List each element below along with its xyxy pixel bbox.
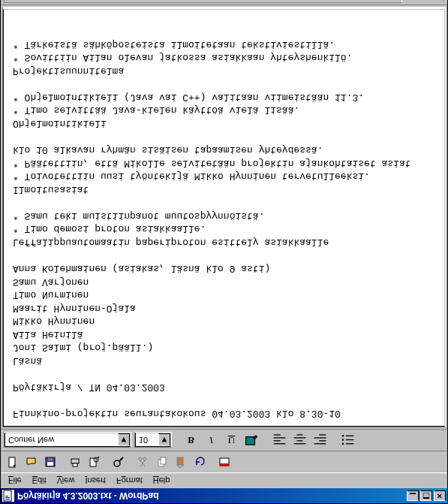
cut-button[interactable] [134,454,152,470]
standard-toolbar [1,451,447,473]
new-button[interactable] [4,454,21,470]
svg-point-20 [139,457,142,460]
maximize-button[interactable] [420,490,432,501]
undo-button[interactable] [191,454,208,470]
svg-rect-1 [5,499,10,499]
open-button[interactable] [23,454,40,470]
size-dropdown-button[interactable]: ▼ [158,434,170,447]
wordpad-app-icon [2,490,14,502]
format-toolbar: Courier New ▼ 10 ▼ B I U [1,429,447,451]
bold-button[interactable]: B [182,432,200,448]
font-name-display: Courier New [5,436,118,445]
svg-rect-12 [73,463,77,466]
svg-rect-2 [5,497,10,498]
print-preview-button[interactable] [85,454,102,470]
svg-rect-4 [410,493,416,494]
print-button[interactable] [66,454,83,470]
status-text: For Help, press F1 [4,0,402,4]
font-size-combo[interactable]: 10 ▼ [134,433,172,448]
color-button[interactable] [243,432,260,448]
svg-rect-25 [179,465,182,467]
window-title: Pöytäkirja 4.3.2003.txt - WordPad [17,490,407,501]
svg-rect-23 [161,457,166,464]
minimize-button[interactable] [407,490,419,501]
menu-insert[interactable]: Insert [80,475,110,487]
svg-rect-10 [48,458,53,460]
find-button[interactable] [110,454,127,470]
menu-edit[interactable]: Edit [28,475,51,487]
menu-format[interactable]: Format [112,475,147,487]
wordpad-window: Pöytäkirja 4.3.2003.txt - WordPad ✕ File… [0,0,448,504]
align-left-button[interactable] [271,432,288,448]
svg-line-17 [119,457,123,461]
copy-button[interactable] [153,454,170,470]
svg-point-16 [114,460,120,466]
svg-rect-24 [177,457,183,466]
menu-view[interactable]: View [53,475,80,487]
svg-point-41 [342,443,344,445]
paste-button[interactable] [172,454,189,470]
document-body[interactable]: Finnkino-projektin seurantakokous 04.03.… [3,9,445,427]
titlebar: Pöytäkirja 4.3.2003.txt - WordPad ✕ [1,488,447,503]
svg-rect-11 [71,459,79,463]
svg-rect-3 [5,496,8,496]
font-combo[interactable]: Courier New ▼ [4,433,131,448]
svg-point-45 [342,435,344,437]
align-right-button[interactable] [311,432,329,448]
svg-rect-27 [220,463,229,466]
statusbar: For Help, press F1 [1,0,447,5]
italic-button[interactable]: I [203,432,220,448]
svg-line-15 [98,457,99,458]
menu-help[interactable]: Help [149,475,175,487]
svg-line-47 [435,0,443,2]
align-center-button[interactable] [291,432,308,448]
svg-rect-13 [90,458,96,466]
save-button[interactable] [41,454,59,470]
close-button[interactable]: ✕ [434,490,446,501]
svg-rect-9 [47,462,53,466]
resize-grip[interactable] [432,0,444,3]
svg-point-43 [342,439,344,442]
bullets-button[interactable] [339,432,356,448]
datetime-button[interactable] [215,454,233,470]
font-dropdown-button[interactable]: ▼ [118,434,130,447]
editor-area[interactable]: Finnkino-projektin seurantakokous 04.03.… [2,7,446,427]
svg-rect-6 [423,497,429,499]
font-size-display: 10 [136,436,158,445]
menu-file[interactable]: File [4,475,26,487]
svg-point-21 [143,457,146,460]
underline-button[interactable]: U [223,432,240,448]
menubar: File Edit View Insert Format Help [1,473,447,488]
